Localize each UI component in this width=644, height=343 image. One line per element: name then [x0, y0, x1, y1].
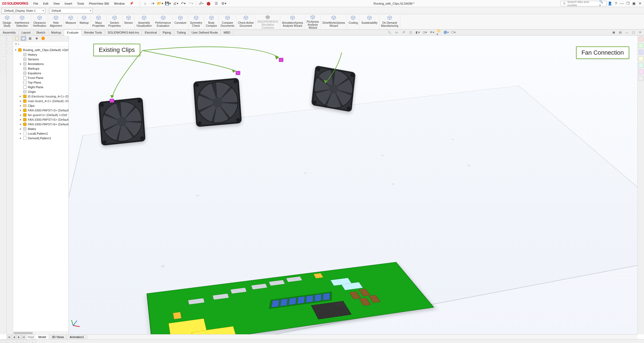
taskpane-explorer-icon[interactable]: [639, 50, 643, 55]
zoom-area-icon[interactable]: ▭: [394, 30, 399, 35]
fm-tab-config-icon[interactable]: ▥: [27, 36, 33, 41]
tab-nav-first[interactable]: ⏮: [7, 335, 11, 339]
cm-tab-evaluate[interactable]: Evaluate: [64, 29, 82, 36]
close-icon[interactable]: ✕: [637, 1, 643, 6]
ribbon-body-compare[interactable]: Body Compare: [204, 15, 219, 29]
menu-overflow[interactable]: 📌: [127, 2, 136, 5]
status-btn-5[interactable]: [23, 340, 27, 343]
status-btn-4[interactable]: [17, 340, 22, 343]
cm-tab-user-defined-route[interactable]: User Defined Route: [189, 29, 221, 35]
menu-view[interactable]: View: [51, 2, 62, 5]
tree-item[interactable]: ▸FAN-3300-PAPST<6> (Default: [13, 122, 68, 126]
options-icon[interactable]: ⚙▾: [220, 1, 228, 6]
new-icon[interactable]: ▫▾: [149, 1, 156, 6]
menu-insert[interactable]: Insert: [62, 2, 75, 5]
tree-item[interactable]: Origin: [13, 89, 68, 94]
ribbon-hole-alignment[interactable]: Hole Alignment: [48, 15, 64, 29]
ribbon-clearance-verification[interactable]: Clearance Verification: [31, 15, 48, 29]
left2-tool-2[interactable]: [7, 43, 12, 48]
viewport-close-icon[interactable]: ✕: [637, 30, 642, 35]
previous-view-icon[interactable]: ↺: [401, 30, 406, 35]
view-orientation-icon[interactable]: ◧▾: [415, 30, 420, 35]
ribbon-costing[interactable]: Costing: [347, 15, 360, 29]
bottom-tab-animation[interactable]: Animation1: [67, 335, 87, 339]
viewport-min-icon[interactable]: —: [624, 30, 629, 35]
fm-tab-tree-icon[interactable]: [14, 36, 20, 41]
cm-tab-tubing[interactable]: Tubing: [174, 29, 189, 35]
hide-show-icon[interactable]: 👁▾: [430, 30, 434, 35]
status-btn-3[interactable]: [12, 340, 16, 343]
tree-scroll-thumb[interactable]: [14, 332, 33, 334]
taskpane-view-palette-icon[interactable]: [639, 56, 643, 61]
cm-tab-markup[interactable]: Markup: [48, 29, 64, 35]
print-icon[interactable]: 🖨▾: [172, 1, 179, 6]
search-input[interactable]: ☰ Search files and models 🔍▾: [560, 1, 607, 6]
fm-tab-dim-icon[interactable]: ⊕: [34, 36, 39, 41]
ribbon-check-active-document[interactable]: Check Active Document: [236, 15, 256, 29]
status-btn-1[interactable]: [1, 340, 5, 343]
taskpane-appearances-icon[interactable]: [639, 63, 643, 68]
fm-tab-property-icon[interactable]: [21, 36, 26, 41]
left-tool-6[interactable]: [1, 69, 6, 74]
ribbon-section-properties[interactable]: Section Properties: [107, 15, 123, 29]
ribbon-floxpress-analysis-wizard[interactable]: FloXpress Analysis Wizard: [305, 15, 321, 29]
tab-nav-last[interactable]: ⏭: [22, 335, 26, 339]
ribbon-performance-evaluation[interactable]: Performance Evaluation: [154, 15, 173, 29]
cm-tab-electrical[interactable]: Electrical: [142, 29, 160, 35]
ribbon-driveworksxpress-wizard[interactable]: DriveWorksXpress Wizard: [321, 15, 347, 29]
open-icon[interactable]: 📂▾: [157, 1, 164, 6]
tree-item[interactable]: ▸(f) Electronic housing_4<1> (D: [13, 94, 68, 99]
rebuild-icon[interactable]: ⬤: [205, 1, 212, 6]
taskpane-forum-icon[interactable]: [639, 76, 643, 81]
bottom-tab-3dviews[interactable]: 3D Views: [49, 335, 67, 339]
fm-tab-display-icon[interactable]: 🟠: [40, 36, 46, 41]
tab-nav-next[interactable]: ▶: [17, 335, 21, 339]
tree-item[interactable]: ▸LocalLPattern1: [13, 131, 68, 136]
left-tool-2[interactable]: [1, 43, 6, 48]
status-units-icon[interactable]: [32, 340, 36, 343]
viewport-expand2-icon[interactable]: ▤: [618, 30, 623, 35]
user-icon[interactable]: 👤: [607, 1, 613, 6]
ribbon-symmetry-check[interactable]: Symmetry Check: [188, 15, 204, 29]
viewport-max-icon[interactable]: ▢: [631, 30, 636, 35]
tree-item[interactable]: ▸FAN-3300-PAPST<3> (Default: [13, 108, 68, 113]
ribbon-markup[interactable]: Markup: [78, 15, 91, 29]
tree-item[interactable]: ▸FAN-3300-PAPST<5> (Default: [13, 117, 68, 122]
ribbon-measure[interactable]: Measure: [64, 15, 78, 29]
cm-tab-sketch[interactable]: Sketch: [34, 29, 49, 35]
cm-tab-solidworks-add-ins[interactable]: SOLIDWORKS Add-Ins: [105, 29, 142, 35]
left-tool-3[interactable]: [1, 50, 6, 55]
bottom-tab-model[interactable]: Model: [36, 335, 49, 339]
cm-tab-piping[interactable]: Piping: [160, 29, 174, 35]
redo-icon[interactable]: ↷▾: [187, 1, 195, 6]
ribbon-3dexperience-simulation-connector[interactable]: 3DEXPERIENCE Simulation Connector: [256, 15, 280, 29]
apply-scene-icon[interactable]: 🔵▾: [444, 30, 449, 35]
ribbon-interference-detection[interactable]: Interference Detection: [13, 15, 31, 29]
ribbon-curvature[interactable]: Curvature: [173, 15, 188, 29]
menu-file[interactable]: File: [31, 2, 41, 5]
feature-tree[interactable]: ▾ Routing_with_Clips (Default) <Def Hist…: [13, 47, 68, 332]
display-state-dropdown[interactable]: Default_Display State-1▾: [2, 8, 45, 13]
taskpane-resources-icon[interactable]: [639, 37, 643, 42]
tree-item[interactable]: ▸Clips: [13, 103, 68, 108]
ribbon-design-study[interactable]: Design Study: [1, 15, 13, 29]
tree-item[interactable]: Front Plane: [13, 75, 68, 80]
ribbon-assembly-visualization[interactable]: Assembly Visualization: [135, 15, 154, 29]
status-btn-2[interactable]: [7, 340, 11, 343]
ribbon-sensor[interactable]: Sensor: [123, 15, 135, 29]
tree-item[interactable]: Sensors: [13, 57, 68, 61]
menu-edit[interactable]: Edit: [41, 2, 51, 5]
tree-item[interactable]: Equations: [13, 71, 68, 75]
home-icon[interactable]: ⌂: [142, 1, 149, 6]
tree-item[interactable]: History: [13, 52, 68, 57]
menu-photoview[interactable]: PhotoView 360: [87, 2, 112, 5]
tree-item[interactable]: ▸Mates: [13, 126, 68, 131]
select-icon[interactable]: ⮰▾: [198, 1, 205, 6]
ribbon-mass-properties[interactable]: Mass Properties: [91, 15, 107, 29]
left2-tool-1[interactable]: [7, 37, 12, 42]
menu-window[interactable]: Window: [112, 2, 127, 5]
tree-horizontal-scrollbar[interactable]: [13, 332, 68, 334]
tree-item[interactable]: ▸fan guard<1> (Default) <<Def: [13, 113, 68, 117]
tab-nav-prev[interactable]: ◀: [12, 335, 16, 339]
feature-tree-filter[interactable]: ▽ ▾: [13, 42, 68, 47]
